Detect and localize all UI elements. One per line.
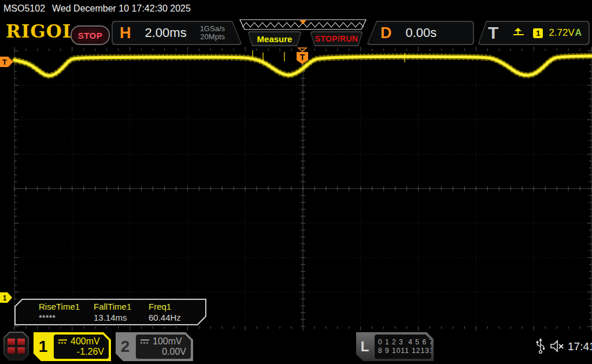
dc-coupling-icon (140, 339, 149, 344)
svg-text:T: T (300, 53, 305, 62)
red-square-icon (8, 339, 15, 345)
channel1-offset: -1.26V (77, 347, 104, 357)
logic-analyzer-block[interactable]: L 0 1 2 3 4 5 6 7 8 9 1011 12131415 (356, 332, 434, 361)
measurement-panel[interactable]: RiseTime1 ***** FallTime1 13.14ms Freq1 … (14, 299, 206, 325)
measurement-risetime: RiseTime1 ***** (39, 300, 94, 324)
oscilloscope-screen: MSO5102 Wed December 10 17:42:30 2025 RI… (0, 0, 592, 364)
logic-channels-row2: 8 9 1011 12131415 (378, 347, 428, 355)
dc-coupling-icon (58, 339, 67, 344)
logic-channels-row1: 0 1 2 3 4 5 6 7 (378, 338, 428, 347)
trigger-position-marker[interactable]: T (292, 46, 315, 67)
speaker-muted-icon (549, 339, 565, 354)
channel2-offset: 0.00V (162, 347, 186, 357)
system-clock: 17:41 (568, 340, 592, 353)
channel1-position-flag[interactable]: 1 (0, 292, 14, 304)
svg-text:T: T (2, 58, 7, 66)
channel2-block[interactable]: 2 100mV 0.00V (116, 332, 193, 361)
trigger-level-flag[interactable]: T (0, 55, 15, 69)
logic-label: L (356, 332, 373, 361)
channel1-scale: 400mV (71, 336, 100, 347)
measurement-falltime: FallTime1 13.14ms (94, 300, 149, 324)
usb-icon (535, 337, 546, 355)
svg-text:1: 1 (3, 294, 7, 302)
red-square-icon (17, 339, 25, 345)
channel1-block[interactable]: 1 400mV -1.26V (34, 332, 111, 361)
menu-grid-button[interactable] (3, 332, 29, 361)
red-square-icon (8, 347, 15, 354)
channel2-scale: 100mV (153, 336, 182, 347)
measurement-freq: Freq1 60.44Hz (149, 300, 204, 324)
red-square-icon (17, 347, 25, 354)
